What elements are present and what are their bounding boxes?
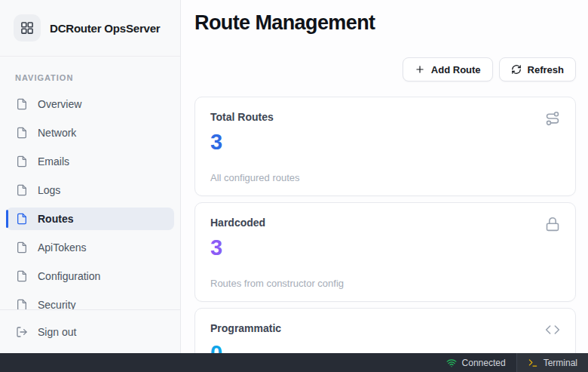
sidebar-item-logs[interactable]: Logs (6, 179, 174, 201)
refresh-icon (511, 64, 522, 75)
file-icon (16, 184, 28, 196)
active-indicator-bar (6, 210, 8, 228)
connection-status-label: Connected (462, 358, 506, 368)
code-icon (545, 322, 560, 337)
file-icon (16, 98, 28, 110)
card-title: Total Routes (210, 111, 274, 123)
sidebar-item-label: Security (38, 299, 76, 309)
sidebar-item-emails[interactable]: Emails (6, 150, 174, 173)
terminal-button[interactable]: Terminal (517, 353, 588, 372)
refresh-button[interactable]: Refresh (499, 57, 576, 81)
sidebar-item-label: Configuration (38, 270, 100, 282)
sidebar-item-overview[interactable]: Overview (6, 93, 174, 115)
card-total-routes: Total Routes 3 All configured routes (194, 97, 576, 196)
file-icon (16, 299, 28, 309)
wifi-icon (446, 358, 457, 368)
sign-out-button[interactable]: Sign out (6, 321, 174, 343)
sidebar-item-network[interactable]: Network (6, 121, 174, 144)
card-value: 0 (210, 342, 560, 353)
app-window: DCRouter OpsServer NAVIGATION Overview N… (0, 0, 588, 372)
card-value: 3 (210, 236, 560, 260)
connection-status: Connected (436, 353, 516, 372)
sidebar-item-configuration[interactable]: Configuration (6, 265, 174, 287)
nav-section-label: NAVIGATION (15, 73, 180, 82)
lock-icon (545, 217, 560, 232)
add-route-button[interactable]: Add Route (403, 57, 493, 81)
file-icon (16, 270, 28, 282)
card-title: Hardcoded (210, 217, 265, 229)
terminal-icon (528, 358, 538, 368)
card-description: All configured routes (210, 172, 560, 183)
sidebar-item-label: Emails (38, 155, 69, 168)
route-icon (545, 111, 560, 126)
grid-icon (20, 20, 35, 35)
sidebar-item-label: Routes (38, 213, 73, 225)
card-hardcoded: Hardcoded 3 Routes from constructor conf… (194, 202, 576, 302)
sidebar: DCRouter OpsServer NAVIGATION Overview N… (0, 0, 181, 353)
app-logo (14, 14, 41, 42)
card-value: 3 (210, 131, 560, 155)
plus-icon (415, 64, 425, 75)
sidebar-item-apitokens[interactable]: ApiTokens (6, 236, 174, 259)
app-body: DCRouter OpsServer NAVIGATION Overview N… (0, 0, 588, 353)
sidebar-nav: NAVIGATION Overview Network Emails Logs (0, 57, 180, 309)
file-icon (16, 155, 28, 168)
add-route-label: Add Route (431, 64, 481, 75)
page-title: Route Management (194, 11, 576, 35)
file-icon (16, 241, 28, 254)
sidebar-header: DCRouter OpsServer (0, 0, 180, 57)
terminal-label: Terminal (544, 358, 577, 368)
app-title: DCRouter OpsServer (50, 22, 160, 35)
card-title: Programmatic (210, 322, 281, 334)
card-description: Routes from constructor config (210, 278, 560, 289)
sidebar-item-label: Overview (38, 98, 81, 110)
sidebar-item-label: Logs (38, 184, 60, 196)
card-programmatic: Programmatic 0 (194, 308, 576, 353)
sidebar-item-security[interactable]: Security (6, 294, 174, 309)
sidebar-item-label: ApiTokens (38, 241, 87, 254)
sidebar-item-label: Network (38, 127, 76, 139)
log-out-icon (16, 326, 28, 338)
stat-cards: Total Routes 3 All configured routes Har… (194, 97, 576, 353)
sidebar-item-routes[interactable]: Routes (6, 208, 174, 230)
file-icon (16, 127, 28, 139)
toolbar: Add Route Refresh (194, 57, 576, 81)
refresh-label: Refresh (528, 64, 564, 75)
sign-out-label: Sign out (38, 326, 76, 338)
main-content: Route Management Add Route Refresh Total… (181, 0, 588, 353)
file-icon (16, 213, 28, 225)
sidebar-footer: Sign out (0, 309, 180, 353)
status-bar: Connected Terminal (0, 353, 588, 372)
